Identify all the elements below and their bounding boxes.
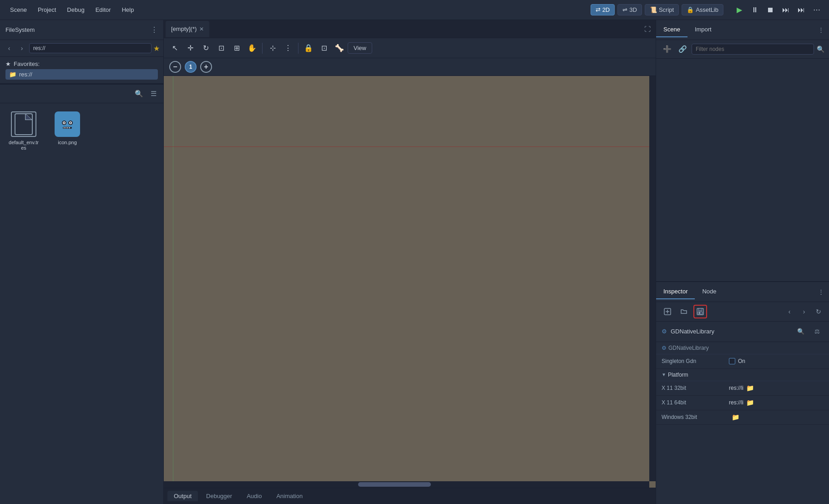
scene-settings-icon[interactable]: ⋮ [813,22,829,38]
menu-scene[interactable]: Scene [5,5,31,15]
tab-animation[interactable]: Animation [270,491,309,501]
svg-rect-20 [699,312,700,314]
assetlib-icon: 🔒 [687,6,694,13]
platform-section[interactable]: ▼ Platform [656,369,829,381]
debug-button[interactable]: ⏭ [779,3,793,17]
view-button[interactable]: View [348,42,372,54]
menu-debug[interactable]: Debug [62,5,89,15]
open-resource-button[interactable] [677,305,691,318]
menu-help[interactable]: Help [117,5,139,15]
more-button[interactable]: ⋯ [810,3,824,17]
bone-tool[interactable]: 🦴 [332,41,347,55]
file-label-default-env: default_env.tres [8,140,39,151]
zoom-out-button[interactable]: − [169,61,181,73]
favorites-section: ★ Favorites: 📁 res:// [0,57,163,84]
inspector-settings-icon[interactable]: ⋮ [813,283,829,300]
view-3d-label: 3D [629,6,637,13]
scale-tool[interactable]: ⊡ [214,41,228,55]
menu-project[interactable]: Project [33,5,61,15]
filter-nodes-input[interactable] [692,44,814,55]
x11-32bit-folder-icon[interactable]: 📁 [746,384,754,392]
rect-tool[interactable]: ⊞ [229,41,244,55]
add-node-button[interactable]: ➕ [661,43,673,55]
tab-debugger[interactable]: Debugger [200,491,238,501]
inspector-search-button[interactable]: 🔍 [794,325,807,338]
filesystem-top: FileSystem ⋮ ‹ › ★ ★ Favorites: 📁 res:// [0,20,163,84]
zoom-bar: − 1 + [164,58,656,76]
menu-editor[interactable]: Editor [91,5,116,15]
inspector-content[interactable]: ⚙ GDNativeLibrary Singleton Gdn On ▼ Pla… [656,342,829,504]
favorites-res-item[interactable]: 📁 res:// [5,69,158,80]
view-buttons: ⇄ 2D ⇌ 3D 📜 Script 🔒 AssetLib [591,4,723,15]
singleton-gdn-checkbox[interactable] [729,358,735,364]
tab-close-icon[interactable]: ✕ [199,26,204,32]
inspector-toolbar: ‹ › ↻ [656,302,829,322]
x11-64bit-folder-icon[interactable]: 📁 [746,399,754,406]
play-button[interactable]: ▶ [733,3,746,17]
save-resource-button[interactable] [693,305,707,318]
favorites-label: Favorites: [14,60,40,67]
path-input[interactable] [29,43,152,53]
pan-tool[interactable]: ✋ [245,41,259,55]
scrollbar-thumb-h[interactable] [358,482,431,487]
view-3d-button[interactable]: ⇌ 3D [617,4,642,15]
canvas-scrollbar-vertical[interactable] [649,76,656,481]
editor-tab-empty[interactable]: [empty](*) ✕ [166,21,209,37]
pause-button[interactable]: ⏸ [748,3,762,17]
resource-type-icon: ⚙ [662,328,667,335]
platform-arrow-icon: ▼ [662,372,666,377]
move-tool[interactable]: ✛ [183,41,197,55]
inspector-history-button[interactable]: ↻ [813,306,824,318]
bookmark-icon[interactable]: ★ [153,44,160,53]
tab-output[interactable]: Output [167,491,198,501]
path-back-button[interactable]: ‹ [4,43,15,54]
group-tool[interactable]: ⊡ [317,41,331,55]
scene-tree[interactable] [656,59,829,281]
platform-label: Platform [668,372,688,378]
inspector-header: Inspector Node ⋮ [656,282,829,302]
view-assetlib-button[interactable]: 🔒 AssetLib [682,4,723,15]
frame-button[interactable]: ⏭ [794,3,808,17]
link-node-button[interactable]: 🔗 [676,43,689,55]
inspector-forward-button[interactable]: › [798,306,810,318]
file-item-default-env[interactable]: default_env.tres [5,109,42,153]
snap-tool[interactable]: ⊹ [265,41,280,55]
editor-toolbar: ↖ ✛ ↻ ⊡ ⊞ ✋ ⊹ ⋮ 🔒 ⊡ 🦴 View [164,38,656,58]
script-label: Script [659,6,674,13]
view-2d-button[interactable]: ⇄ 2D [591,4,615,15]
more-tools[interactable]: ⋮ [281,41,295,55]
list-view-button[interactable]: ☰ [147,87,160,100]
inspector-back-button[interactable]: ‹ [784,306,795,318]
file-item-icon[interactable]: icon.png [49,109,86,153]
inspector-filter-button[interactable]: ⚖ [811,325,824,338]
tab-audio[interactable]: Audio [240,491,268,501]
windows-32bit-folder-icon[interactable]: 📁 [732,413,739,421]
view-script-button[interactable]: 📜 Script [645,4,679,15]
canvas-scrollbar-horizontal[interactable] [164,481,649,488]
gdnativelibrary-label: GDNativeLibrary [668,345,709,351]
fullscreen-button[interactable]: ⛶ [641,23,654,35]
filesystem-menu-icon[interactable]: ⋮ [151,25,158,34]
search-button[interactable]: 🔍 [132,87,145,100]
prop-windows-32bit: Windows 32bit 📁 [656,410,829,425]
filesystem-header: FileSystem ⋮ [0,20,163,40]
select-tool[interactable]: ↖ [167,41,182,55]
path-forward-button[interactable]: › [16,43,27,54]
star-icon: ★ [5,60,11,67]
new-resource-button[interactable] [661,305,674,318]
x11-32bit-path: res://li [729,385,743,391]
tab-scene[interactable]: Scene [656,22,687,37]
lock-tool[interactable]: 🔒 [301,41,316,55]
script-icon: 📜 [650,6,657,13]
stop-button[interactable]: ⏹ [763,3,777,17]
tab-import[interactable]: Import [687,22,719,37]
tab-inspector[interactable]: Inspector [656,284,695,299]
path-bar: ‹ › ★ [0,40,163,57]
menu-bar: Scene Project Debug Editor Help ⇄ 2D ⇌ 3… [0,0,829,20]
rotate-tool[interactable]: ↻ [198,41,213,55]
filter-search-icon[interactable]: 🔍 [817,45,824,53]
zoom-in-button[interactable]: + [200,61,212,73]
toolbar-separator-1 [262,43,263,54]
canvas-area[interactable] [164,76,656,488]
tab-node[interactable]: Node [695,284,723,299]
